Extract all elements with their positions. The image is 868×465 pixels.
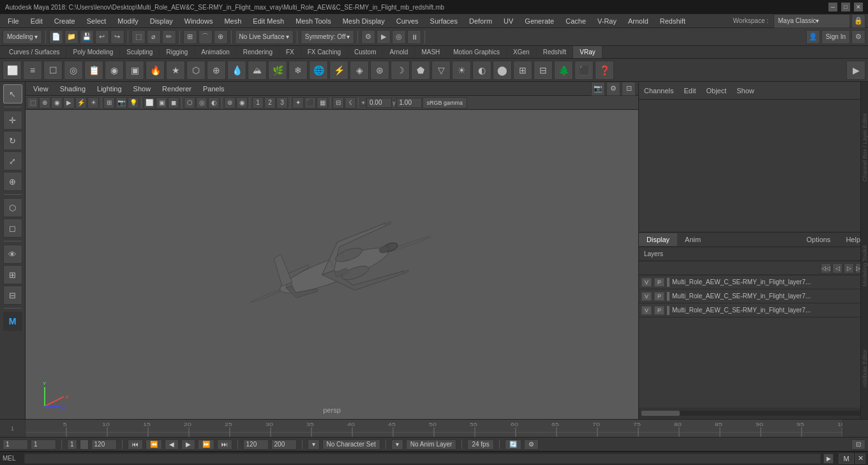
- menu-mesh-display[interactable]: Mesh Display: [338, 16, 390, 26]
- shelf-tab-mash[interactable]: MASH: [415, 46, 447, 58]
- step-fwd-btn[interactable]: ⏩: [198, 439, 214, 450]
- render-icon[interactable]: ▶: [377, 30, 391, 44]
- vp-mat-icon[interactable]: ⬛: [304, 97, 316, 109]
- char-set-arrow[interactable]: ▾: [308, 439, 320, 450]
- show-label[interactable]: Show: [737, 87, 754, 95]
- shelf-tab-motion[interactable]: Motion Graphics: [447, 46, 507, 58]
- fps-display[interactable]: 24 fps: [467, 439, 493, 450]
- anim-tab[interactable]: Anim: [677, 233, 708, 246]
- shelf-tab-xgen[interactable]: XGen: [507, 46, 537, 58]
- vp-grid-icon[interactable]: ⊞: [103, 97, 115, 109]
- vp-shade-icon[interactable]: ◐: [208, 97, 220, 109]
- layers-arrow-left-2[interactable]: ◁: [832, 263, 842, 273]
- vp-light-icon[interactable]: 💡: [128, 97, 139, 109]
- shelf-icon-1[interactable]: ⬜: [3, 61, 22, 80]
- shelf-tab-rendering[interactable]: Rendering: [237, 46, 280, 58]
- vp-comp-icon[interactable]: ◉: [51, 97, 63, 109]
- menu-mesh[interactable]: Mesh: [219, 16, 246, 26]
- redo-icon[interactable]: ↪: [110, 30, 124, 44]
- shelf-tab-animation[interactable]: Animation: [195, 46, 236, 58]
- range-end-field[interactable]: 120: [91, 439, 117, 450]
- shelf-icon-12[interactable]: 💧: [227, 61, 246, 80]
- shelf-icon-14[interactable]: 🌿: [268, 61, 287, 80]
- shelf-tab-arnold[interactable]: Arnold: [383, 46, 415, 58]
- layer-row-2[interactable]: V P Multi_Role_AEW_C_SE-RMY_in_Flight_la…: [639, 289, 868, 303]
- vp-res-med[interactable]: 2: [264, 97, 276, 109]
- menu-create[interactable]: Create: [49, 16, 80, 26]
- show-hide-btn[interactable]: 👁: [3, 245, 22, 264]
- color-space-btn[interactable]: sRGB gamma: [423, 97, 468, 109]
- snap-curve-icon[interactable]: ⌒: [198, 30, 213, 44]
- viewport-maximize-icon[interactable]: ⊡: [622, 82, 636, 96]
- paint-icon[interactable]: ✏: [162, 30, 176, 44]
- shelf-icon-15[interactable]: ❄: [288, 61, 308, 80]
- shelf-icon-22[interactable]: ▽: [431, 61, 451, 80]
- anim-layer-btn[interactable]: No Anim Layer: [406, 439, 457, 450]
- minimap-close[interactable]: ✕: [855, 454, 865, 464]
- vp-shading-3[interactable]: ◼: [168, 97, 179, 109]
- vp-hud-icon[interactable]: ⊟: [333, 97, 344, 109]
- play-fwd-btn[interactable]: ▶: [181, 439, 195, 450]
- vp-cam-icon[interactable]: 📷: [116, 97, 127, 109]
- menu-surfaces[interactable]: Surfaces: [425, 16, 463, 26]
- vp-xray-icon[interactable]: ✦: [292, 97, 304, 109]
- layer-v-1[interactable]: V: [641, 278, 652, 287]
- viewport-menu-show[interactable]: Show: [128, 84, 156, 94]
- shelf-icon-4[interactable]: ◎: [64, 61, 83, 80]
- menu-windows[interactable]: Windows: [179, 16, 218, 26]
- cmd-execute-btn[interactable]: ▶: [823, 454, 834, 464]
- display-tab[interactable]: Display: [639, 233, 677, 246]
- layer-p-2[interactable]: P: [654, 292, 664, 301]
- shelf-icon-19[interactable]: ⊛: [370, 61, 389, 80]
- shelf-icon-7[interactable]: ▣: [125, 61, 144, 80]
- soft-select-btn[interactable]: ⬡: [3, 198, 22, 217]
- vp-uv-icon[interactable]: ⊛: [224, 97, 236, 109]
- close-button[interactable]: ✕: [854, 3, 863, 11]
- skip-end-btn[interactable]: ⏭: [217, 439, 232, 450]
- shelf-tab-redshift[interactable]: Redshift: [537, 46, 574, 58]
- viewport-menu-lighting[interactable]: Lighting: [92, 84, 127, 94]
- new-file-icon[interactable]: 📄: [49, 30, 63, 44]
- shelf-icon-9[interactable]: ★: [166, 61, 185, 80]
- layers-arrow-right-1[interactable]: ▷: [844, 263, 854, 273]
- ipr-icon[interactable]: ◎: [392, 30, 406, 44]
- maximize-button[interactable]: □: [841, 3, 850, 11]
- shelf-icon-5[interactable]: 📋: [84, 61, 103, 80]
- vp-res-high[interactable]: 3: [276, 97, 288, 109]
- layers-scrollbar[interactable]: [641, 411, 865, 416]
- shelf-icon-20[interactable]: ☽: [391, 61, 410, 80]
- mode-dropdown[interactable]: Modeling▾: [3, 30, 42, 44]
- menu-generate[interactable]: Generate: [520, 16, 559, 26]
- expand-btn[interactable]: ⊡: [851, 439, 865, 450]
- viewport-menu-shading[interactable]: Shading: [55, 84, 91, 94]
- range-handle[interactable]: [80, 439, 89, 450]
- play-back-btn[interactable]: ◀: [165, 439, 179, 450]
- shelf-icon-16[interactable]: 🌐: [309, 61, 328, 80]
- layer-row-1[interactable]: V P Multi_Role_AEW_C_SE-RMY_in_Flight_la…: [639, 275, 868, 289]
- menu-display[interactable]: Display: [145, 16, 178, 26]
- layer-row-3[interactable]: V P Multi_Role_AEW_C_SE-RMY_in_Flight_la…: [639, 303, 868, 317]
- anim-layer-arrow[interactable]: ▾: [391, 439, 403, 450]
- undo-icon[interactable]: ↩: [95, 30, 109, 44]
- shelf-scroll-right[interactable]: ▶: [846, 61, 865, 80]
- shelf-icon-28[interactable]: 🌲: [554, 61, 573, 80]
- menu-arnold[interactable]: Arnold: [623, 16, 654, 26]
- layers-scrollbar-thumb[interactable]: [641, 411, 680, 416]
- minimap-icon[interactable]: M: [839, 454, 854, 464]
- vp-smooth-icon[interactable]: ◎: [196, 97, 207, 109]
- shelf-icon-17[interactable]: ⚡: [329, 61, 348, 80]
- select-icon[interactable]: ⬚: [131, 30, 146, 44]
- shelf-tab-vray[interactable]: VRay: [573, 46, 602, 58]
- shelf-icon-2[interactable]: ≡: [23, 61, 42, 80]
- menu-edit-mesh[interactable]: Edit Mesh: [248, 16, 289, 26]
- menu-curves[interactable]: Curves: [391, 16, 424, 26]
- shelf-icon-27[interactable]: ⊟: [534, 61, 553, 80]
- sign-in-icon[interactable]: 👤: [806, 30, 820, 44]
- shelf-icon-10[interactable]: ⬡: [186, 61, 206, 80]
- shelf-tab-fxcaching[interactable]: FX Caching: [301, 46, 348, 58]
- vp-res-low[interactable]: 1: [252, 97, 264, 109]
- exposure-value[interactable]: 0.00: [366, 98, 392, 108]
- shelf-icon-25[interactable]: ⬤: [493, 61, 512, 80]
- shelf-tab-sculpting[interactable]: Sculpting: [120, 46, 160, 58]
- workspace-lock-icon[interactable]: 🔒: [851, 14, 865, 28]
